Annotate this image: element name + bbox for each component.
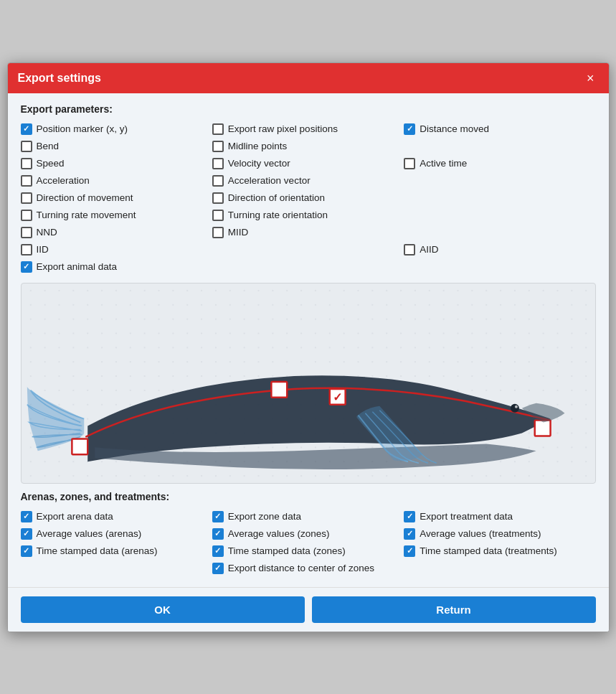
label-avg-arenas: Average values (arenas) (37, 528, 142, 539)
label-nnd: NND (37, 227, 57, 238)
checkbox-nnd[interactable]: NND (21, 224, 212, 241)
checkbox-distance-moved[interactable]: Distance moved (404, 121, 595, 138)
chk-ts-arenas[interactable] (21, 545, 32, 557)
svg-rect-2 (72, 439, 87, 454)
checkbox-export-arena[interactable]: Export arena data (21, 508, 212, 525)
chk-position-marker[interactable] (21, 123, 32, 135)
checkbox-ts-zones[interactable]: Time stamped data (zones) (212, 543, 404, 560)
label-export-zone: Export zone data (228, 511, 301, 522)
checkbox-direction-orient[interactable]: Direction of orientation (212, 189, 404, 207)
chk-export-zone[interactable] (212, 511, 224, 522)
checkbox-midline[interactable]: Midline points (212, 138, 404, 155)
chk-turning-orient[interactable] (212, 210, 224, 221)
chk-export-treatment[interactable] (404, 511, 415, 522)
checkbox-avg-treatments[interactable]: Average values (treatments) (404, 525, 595, 543)
checkbox-export-zone[interactable]: Export zone data (212, 508, 404, 525)
checkbox-export-treatment[interactable]: Export treatment data (404, 508, 595, 525)
chk-acceleration[interactable] (21, 175, 32, 187)
label-raw-pixel: Export raw pixel positions (228, 123, 338, 134)
label-export-animal: Export animal data (37, 261, 118, 272)
label-position-marker: Position marker (x, y) (37, 123, 128, 134)
dialog-title: Export settings (18, 72, 101, 85)
checkbox-speed[interactable]: Speed (21, 155, 212, 172)
col1: Position marker (x, y) Bend Speed Accele… (21, 121, 212, 276)
label-direction-movement: Direction of movement (37, 192, 133, 203)
label-iid: IID (37, 244, 49, 255)
col3: Distance moved Active time AIID (404, 121, 595, 276)
svg-rect-3 (271, 382, 287, 398)
label-bend: Bend (37, 141, 60, 151)
label-avg-treatments: Average values (treatments) (420, 528, 541, 539)
chk-avg-arenas[interactable] (21, 528, 32, 540)
export-settings-dialog: Export settings × Export parameters: Pos… (7, 62, 610, 632)
label-accel-vector: Acceleration vector (228, 175, 311, 186)
checkbox-ts-arenas[interactable]: Time stamped data (arenas) (21, 543, 212, 560)
label-velocity-vector: Velocity vector (228, 158, 290, 169)
checkbox-miid[interactable]: MIID (212, 224, 404, 241)
col2: Export raw pixel positions Midline point… (212, 121, 404, 276)
chk-raw-pixel[interactable] (212, 123, 224, 135)
ok-button[interactable]: OK (21, 596, 305, 623)
chk-active-time[interactable] (404, 158, 415, 169)
checkbox-export-animal[interactable]: Export animal data (21, 258, 212, 276)
label-aiid: AIID (420, 244, 438, 255)
chk-turning-rate[interactable] (21, 210, 32, 221)
checkbox-avg-arenas[interactable]: Average values (arenas) (21, 525, 212, 543)
chk-export-dist-center[interactable] (212, 563, 224, 574)
label-acceleration: Acceleration (37, 175, 90, 186)
close-button[interactable]: × (582, 70, 599, 86)
label-speed: Speed (37, 158, 65, 169)
fish-svg: ✓ (22, 283, 595, 483)
checkbox-turning-orient[interactable]: Turning rate orientation (212, 207, 404, 224)
chk-speed[interactable] (21, 158, 32, 169)
fish-illustration: ✓ (21, 283, 596, 484)
checkbox-direction-movement[interactable]: Direction of movement (21, 189, 212, 207)
label-active-time: Active time (420, 158, 467, 169)
checkbox-export-dist-center[interactable]: Export distance to center of zones (212, 560, 404, 577)
chk-direction-orient[interactable] (212, 192, 224, 204)
svg-text:✓: ✓ (333, 390, 342, 403)
label-turning-rate: Turning rate movement (37, 210, 136, 220)
chk-export-arena[interactable] (21, 511, 32, 522)
chk-nnd[interactable] (21, 227, 32, 238)
checkbox-raw-pixel[interactable]: Export raw pixel positions (212, 121, 404, 138)
checkbox-ts-treatments[interactable]: Time stamped data (treatments) (404, 543, 595, 560)
button-bar: OK Return (8, 587, 609, 632)
chk-distance-moved[interactable] (404, 123, 415, 135)
title-bar: Export settings × (8, 63, 609, 93)
main-content: Export parameters: Position marker (x, y… (8, 93, 609, 587)
chk-midline[interactable] (212, 141, 224, 152)
checkbox-active-time[interactable]: Active time (404, 155, 595, 172)
chk-direction-movement[interactable] (21, 192, 32, 204)
return-button[interactable]: Return (312, 596, 596, 623)
checkbox-position-marker[interactable]: Position marker (x, y) (21, 121, 212, 138)
chk-aiid[interactable] (404, 244, 415, 255)
chk-avg-zones[interactable] (212, 528, 224, 540)
label-export-arena: Export arena data (37, 511, 113, 522)
label-ts-arenas: Time stamped data (arenas) (37, 545, 158, 556)
checkbox-aiid[interactable]: AIID (404, 241, 595, 258)
label-midline: Midline points (228, 141, 288, 151)
checkbox-accel-vector[interactable]: Acceleration vector (212, 172, 404, 189)
chk-ts-zones[interactable] (212, 545, 224, 557)
chk-accel-vector[interactable] (212, 175, 224, 187)
label-direction-orient: Direction of orientation (228, 192, 325, 203)
params-grid: Position marker (x, y) Bend Speed Accele… (21, 121, 596, 276)
label-ts-zones: Time stamped data (zones) (228, 545, 346, 556)
chk-export-animal[interactable] (21, 261, 32, 273)
chk-velocity-vector[interactable] (212, 158, 224, 169)
chk-bend[interactable] (21, 141, 32, 152)
chk-miid[interactable] (212, 227, 224, 238)
label-distance-moved: Distance moved (420, 123, 489, 134)
checkbox-avg-zones[interactable]: Average values (zones) (212, 525, 404, 543)
checkbox-velocity-vector[interactable]: Velocity vector (212, 155, 404, 172)
label-export-dist-center: Export distance to center of zones (228, 563, 374, 573)
chk-avg-treatments[interactable] (404, 528, 415, 540)
checkbox-bend[interactable]: Bend (21, 138, 212, 155)
checkbox-turning-rate[interactable]: Turning rate movement (21, 207, 212, 224)
chk-iid[interactable] (21, 244, 32, 255)
checkbox-iid[interactable]: IID (21, 241, 212, 258)
chk-ts-treatments[interactable] (404, 545, 415, 557)
checkbox-acceleration[interactable]: Acceleration (21, 172, 212, 189)
label-ts-treatments: Time stamped data (treatments) (420, 545, 557, 556)
